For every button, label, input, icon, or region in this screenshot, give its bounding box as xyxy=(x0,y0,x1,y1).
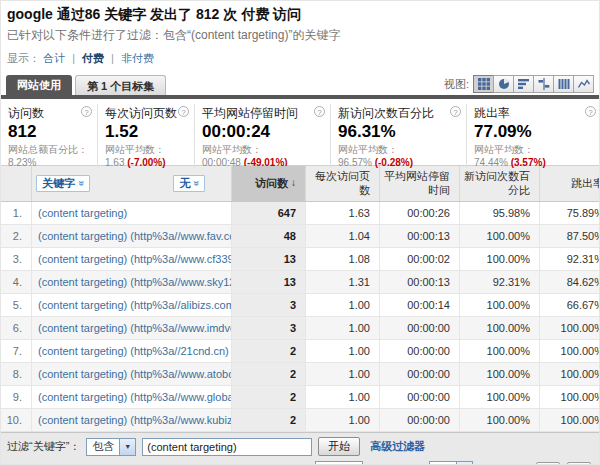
keyword-link[interactable]: (content targeting) (http%3a//www.kubizs… xyxy=(38,414,231,426)
keyword-link[interactable]: (content targeting) xyxy=(38,207,127,219)
bounce-cell: 100.00% xyxy=(539,363,600,385)
metric-value: 00:00:24 xyxy=(202,122,325,142)
metric-label: 访问数 xyxy=(8,105,44,122)
row-number: 7. xyxy=(1,340,31,362)
metrics-strip: 访问数? 812 网站总额百分比： 8.23% 每次访问页数? 1.52 网站平… xyxy=(1,99,599,165)
column-header-visits[interactable]: 访问数↓ xyxy=(231,166,305,201)
time-cell: 00:00:26 xyxy=(379,202,459,224)
separator: | xyxy=(111,52,114,64)
keyword-cell: (content targeting) (http%3a//www.cf339.… xyxy=(31,248,231,270)
show-option-nonpaid[interactable]: 非付费 xyxy=(121,52,154,64)
previous-page-button[interactable]: ◄ xyxy=(536,462,560,465)
time-cell: 00:00:00 xyxy=(379,409,459,431)
keyword-cell: (content targeting) (http%3a//www.imdvd.… xyxy=(31,317,231,339)
metric-label: 平均网站停留时间 xyxy=(202,105,298,122)
metric-note-label: 网站平均数： xyxy=(202,143,325,157)
new-visits-cell: 100.00% xyxy=(459,225,539,247)
chevron-down-icon: » xyxy=(190,181,203,187)
report-header: google 通过86 关键字 发出了 812 次 付费 访问 已针对以下条件进… xyxy=(1,1,599,66)
row-number: 9. xyxy=(1,386,31,408)
page-title: google 通过86 关键字 发出了 812 次 付费 访问 xyxy=(7,6,591,24)
time-cell: 00:00:00 xyxy=(379,317,459,339)
secondary-dimension-button[interactable]: 无» xyxy=(173,175,205,193)
bounce-cell: 100.00% xyxy=(539,317,600,339)
column-header-bounce[interactable]: 跳出率 xyxy=(539,166,600,201)
visits-cell: 2 xyxy=(231,340,305,362)
metric-note-label: 网站平均数： xyxy=(338,143,461,157)
help-icon[interactable]: ? xyxy=(314,106,325,117)
table-row: 3. (content targeting) (http%3a//www.cf3… xyxy=(1,248,599,271)
new-visits-cell: 100.00% xyxy=(459,409,539,431)
bounce-cell: 84.62% xyxy=(539,271,600,293)
goto-page-input[interactable] xyxy=(315,461,363,465)
keyword-link[interactable]: (content targeting) (http%3a//www.fav.co… xyxy=(38,230,231,242)
metric-note-label: 网站平均数： xyxy=(105,143,189,157)
help-icon[interactable]: ? xyxy=(178,106,189,117)
show-options-row: 显示： 合计 | 付费 | 非付费 xyxy=(7,51,591,66)
keyword-dimension-button[interactable]: 关键字» xyxy=(36,175,90,193)
pages-cell: 1.00 xyxy=(305,363,379,385)
new-visits-cell: 100.00% xyxy=(459,294,539,316)
show-option-total[interactable]: 合计 xyxy=(43,52,65,64)
pages-cell: 1.00 xyxy=(305,317,379,339)
next-page-button[interactable]: ► xyxy=(567,462,591,465)
advanced-filter-link[interactable]: 高级过滤器 xyxy=(370,439,425,454)
keyword-link[interactable]: (content targeting) (http%3a//21cnd.cn) xyxy=(38,345,229,357)
time-cell: 00:00:00 xyxy=(379,340,459,362)
keyword-cell: (content targeting) (http%3a//21cnd.cn) xyxy=(31,340,231,362)
help-icon[interactable]: ? xyxy=(585,106,596,117)
keyword-link[interactable]: (content targeting) (http%3a//www.global… xyxy=(38,391,231,403)
column-header-avg-time[interactable]: 平均网站停留时间 xyxy=(379,166,459,201)
keyword-link[interactable]: (content targeting) (http%3a//www.sky123… xyxy=(38,276,231,288)
dropdown-arrow-icon: ▼ xyxy=(119,439,135,455)
keywords-table: 关键字» 无» 访问数↓ 每次访问页数 平均网站停留时间 新访问次数百分比 跳出… xyxy=(1,165,599,432)
keyword-cell: (content targeting) (http%3a//www.global… xyxy=(31,386,231,408)
bar-chart-view-icon[interactable] xyxy=(513,75,534,93)
metric-avg-time-on-site: 平均网站停留时间? 00:00:24 网站平均数： 00:00:48 (-49.… xyxy=(195,104,331,168)
help-icon[interactable]: ? xyxy=(81,106,92,117)
table-row: 2. (content targeting) (http%3a//www.fav… xyxy=(1,225,599,248)
keyword-link[interactable]: (content targeting) (http%3a//alibizs.co… xyxy=(38,299,231,311)
rows-per-page-select[interactable]: 10 ▼ xyxy=(429,461,473,465)
visits-cell: 13 xyxy=(231,271,305,293)
keyword-link[interactable]: (content targeting) (http%3a//www.cf339.… xyxy=(38,253,231,265)
pivot-view-icon[interactable] xyxy=(553,75,574,93)
trend-view-icon[interactable] xyxy=(573,75,594,93)
metric-note-label: 网站平均数： xyxy=(474,143,596,157)
visits-cell: 2 xyxy=(231,363,305,385)
row-number: 5. xyxy=(1,294,31,316)
tab-goal-set-1[interactable]: 第 1 个目标集 xyxy=(75,75,166,95)
help-icon[interactable]: ? xyxy=(450,106,461,117)
time-cell: 00:00:13 xyxy=(379,271,459,293)
column-header-pages-per-visit[interactable]: 每次访问页数 xyxy=(305,166,379,201)
bounce-cell: 66.67% xyxy=(539,294,600,316)
start-filter-button[interactable]: 开始 xyxy=(318,437,360,456)
keyword-link[interactable]: (content targeting) (http%3a//www.imdvd.… xyxy=(38,322,231,334)
filter-match-select[interactable]: 包含 ▼ xyxy=(86,438,136,456)
new-visits-cell: 100.00% xyxy=(459,248,539,270)
show-option-paid[interactable]: 付费 xyxy=(82,52,104,64)
table-row: 6. (content targeting) (http%3a//www.imd… xyxy=(1,317,599,340)
filter-input[interactable] xyxy=(142,438,312,456)
pages-cell: 1.00 xyxy=(305,409,379,431)
metric-value: 812 xyxy=(8,122,92,142)
keyword-link[interactable]: (content targeting) (http%3a//www.atobo.… xyxy=(38,368,231,380)
column-header-pct-new[interactable]: 新访问次数百分比 xyxy=(459,166,539,201)
row-number: 2. xyxy=(1,225,31,247)
pages-cell: 1.63 xyxy=(305,202,379,224)
metric-pages-per-visit: 每次访问页数? 1.52 网站平均数： 1.63 (-7.00%) xyxy=(98,104,195,168)
bounce-cell: 100.00% xyxy=(539,340,600,362)
comparison-view-icon[interactable] xyxy=(533,75,554,93)
visits-cell: 3 xyxy=(231,294,305,316)
table-row: 1. (content targeting) 647 1.63 00:00:26… xyxy=(1,202,599,225)
keyword-dimension-label: 关键字 xyxy=(42,177,75,191)
tab-site-usage[interactable]: 网站使用 xyxy=(6,75,72,95)
table-view-icon[interactable] xyxy=(473,75,494,93)
bounce-cell: 100.00% xyxy=(539,386,600,408)
pie-chart-view-icon[interactable] xyxy=(493,75,514,93)
filter-label: 过滤“关键字”： xyxy=(7,439,80,454)
sort-descending-icon: ↓ xyxy=(291,177,296,190)
table-row: 4. (content targeting) (http%3a//www.sky… xyxy=(1,271,599,294)
metric-value: 96.31% xyxy=(338,122,461,142)
time-cell: 00:00:00 xyxy=(379,386,459,408)
